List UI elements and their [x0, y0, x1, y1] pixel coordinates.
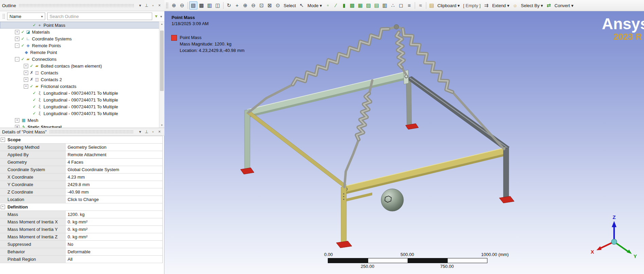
tree-expander[interactable]: -: [15, 43, 19, 48]
tree-item[interactable]: -✓◈Remote Points: [0, 42, 159, 49]
details-value[interactable]: Click to Change: [66, 196, 162, 203]
tree-item[interactable]: +✗◫Contacts: [0, 69, 159, 76]
zoom-out-tool-icon[interactable]: ⊖: [249, 1, 257, 10]
tree-item[interactable]: ✓ξLongitudinal - 0907244071 To Multiple: [0, 110, 159, 117]
tree-item[interactable]: ◆Remote Point: [0, 49, 159, 56]
search-options-button[interactable]: ▾: [160, 15, 162, 18]
details-pin-button[interactable]: ⊥: [144, 129, 149, 135]
tree-expander[interactable]: +: [15, 118, 19, 123]
clipboard-dropdown[interactable]: Clipboard ▾: [436, 3, 462, 8]
tree-item[interactable]: +ϟStatic Structural: [0, 124, 159, 128]
details-value[interactable]: No: [66, 241, 162, 248]
tree-expander[interactable]: +: [24, 71, 28, 75]
outline-pin-button[interactable]: ⊥: [144, 3, 149, 8]
search-outline-input[interactable]: [47, 13, 152, 20]
select-vertex-icon[interactable]: ▫: [324, 1, 332, 10]
tree-item[interactable]: ✓ξLongitudinal - 0907244071 To Multiple: [0, 90, 159, 96]
details-value[interactable]: All: [66, 256, 162, 263]
details-value[interactable]: Remote Attachment: [66, 151, 162, 158]
viewport[interactable]: Point Mass 1/18/2025 3:09 AM Point Mass …: [164, 11, 644, 274]
iso-view-icon[interactable]: ▧: [189, 1, 197, 10]
details-value[interactable]: Geometry Selection: [66, 144, 162, 151]
convert-dropdown[interactable]: Convert ▾: [553, 3, 575, 8]
select-body-icon[interactable]: ▩: [348, 1, 356, 10]
scroll-down-icon[interactable]: ▼: [159, 123, 164, 128]
select-multi-icon[interactable]: ▦: [356, 1, 364, 10]
convert-icon[interactable]: ⇄: [545, 1, 553, 10]
pan-icon[interactable]: +: [233, 1, 241, 10]
tree-item[interactable]: +▦Mesh: [0, 117, 159, 124]
details-value[interactable]: 4 Faces: [66, 159, 162, 166]
triad[interactable]: Z X Y: [589, 214, 644, 272]
flood-select-icon[interactable]: ▤: [373, 1, 381, 10]
tree-item[interactable]: +✓◪Materials: [0, 29, 159, 35]
extend-selection-icon[interactable]: ▨: [364, 1, 373, 10]
select-label[interactable]: Select: [282, 3, 298, 8]
tree-expander[interactable]: +: [24, 64, 28, 68]
outline-menu-button[interactable]: ▾: [137, 3, 143, 8]
details-float-button[interactable]: ▫: [150, 129, 156, 135]
outline-float-button[interactable]: ▫: [150, 3, 156, 8]
details-value[interactable]: 1200. kg: [66, 211, 162, 218]
outline-scrollbar[interactable]: ▲ ▼: [159, 22, 164, 128]
zoom-fit-icon[interactable]: ⊠: [266, 1, 274, 10]
tree-expander[interactable]: +: [24, 84, 28, 89]
shaded-view-icon[interactable]: ▩: [197, 1, 205, 10]
mode-dropdown[interactable]: Mode ▾: [306, 3, 324, 8]
tree-expander[interactable]: +: [15, 125, 19, 128]
snapshot-icon[interactable]: ▥: [205, 1, 214, 10]
collapse-toggle[interactable]: −: [1, 205, 5, 209]
zoom-box-icon[interactable]: ⊡: [257, 1, 266, 10]
scroll-up-icon[interactable]: ▲: [159, 22, 164, 26]
edge-coloring-icon[interactable]: ≡: [405, 1, 413, 10]
select-by-icon[interactable]: ☼: [511, 1, 519, 10]
zoom-in-icon[interactable]: ⊕: [170, 1, 178, 10]
tree-item[interactable]: ✓●Point Mass: [0, 22, 159, 29]
wireframe-icon[interactable]: ◻: [397, 1, 405, 10]
details-value[interactable]: Deformable: [66, 248, 162, 255]
tree-item[interactable]: ✓ξLongitudinal - 0907244071 To Multiple: [0, 103, 159, 110]
rotate-icon[interactable]: ↻: [225, 1, 233, 10]
scrollbar-thumb[interactable]: [160, 31, 164, 91]
tree-item[interactable]: +✗◫Contacts 2: [0, 76, 159, 83]
show-mesh-icon[interactable]: ▥: [381, 1, 389, 10]
outline-close-button[interactable]: ×: [157, 3, 162, 8]
tree-item[interactable]: ✓ξLongitudinal - 0907244071 To Multiple: [0, 96, 159, 103]
details-value[interactable]: 0. kg·mm²: [66, 233, 162, 240]
tree-expander[interactable]: +: [15, 30, 19, 34]
clipboard-empty-status[interactable]: [ Empty ]: [462, 3, 482, 8]
clipboard-icon[interactable]: ▤: [428, 1, 436, 10]
details-value[interactable]: 0. kg·mm²: [66, 226, 162, 233]
name-filter-select[interactable]: Name ▾: [7, 13, 45, 20]
extend-icon[interactable]: ⇉: [482, 1, 490, 10]
select-edge-icon[interactable]: ∕: [332, 1, 340, 10]
toolbar-drag-handle[interactable]: [166, 2, 168, 8]
chart-icon[interactable]: ≈: [416, 1, 425, 10]
scale-label: 750.00: [440, 264, 454, 269]
look-at-icon[interactable]: ⊙: [274, 1, 282, 10]
details-value[interactable]: 0. kg·mm²: [66, 218, 162, 225]
tree-expander[interactable]: +: [15, 37, 19, 41]
select-face-icon[interactable]: ▮: [340, 1, 348, 10]
copy-view-icon[interactable]: ◫: [214, 1, 222, 10]
cursor-icon[interactable]: ↖: [298, 1, 306, 10]
details-menu-button[interactable]: ▾: [137, 129, 143, 135]
extend-dropdown[interactable]: Extend ▾: [490, 3, 511, 8]
details-close-button[interactable]: ×: [157, 129, 162, 135]
tree-expander[interactable]: -: [15, 57, 19, 61]
search-filter-button[interactable]: ▼: [154, 14, 158, 19]
zoom-tool-icon[interactable]: ⊕: [241, 1, 249, 10]
zoom-out-icon[interactable]: ⊖: [178, 1, 186, 10]
tree-item[interactable]: +✓▰Frictional contacts: [0, 83, 159, 90]
details-value[interactable]: 4.23 mm: [66, 173, 162, 181]
tree-expander[interactable]: +: [24, 77, 28, 82]
select-by-dropdown[interactable]: Select By ▾: [519, 3, 545, 8]
collapse-toggle[interactable]: −: [1, 138, 5, 142]
tree-item[interactable]: +✓∟Coordinate Systems: [0, 35, 159, 42]
details-value[interactable]: 2429.8 mm: [66, 181, 162, 188]
tree-item[interactable]: +✓▰Bolted contacs (beam element): [0, 62, 159, 69]
details-value[interactable]: -40.98 mm: [66, 188, 162, 196]
tree-item[interactable]: -✓▰Connections: [0, 56, 159, 62]
details-value[interactable]: Global Coordinate System: [66, 166, 162, 173]
vertex-display-icon[interactable]: ∴: [389, 1, 397, 10]
